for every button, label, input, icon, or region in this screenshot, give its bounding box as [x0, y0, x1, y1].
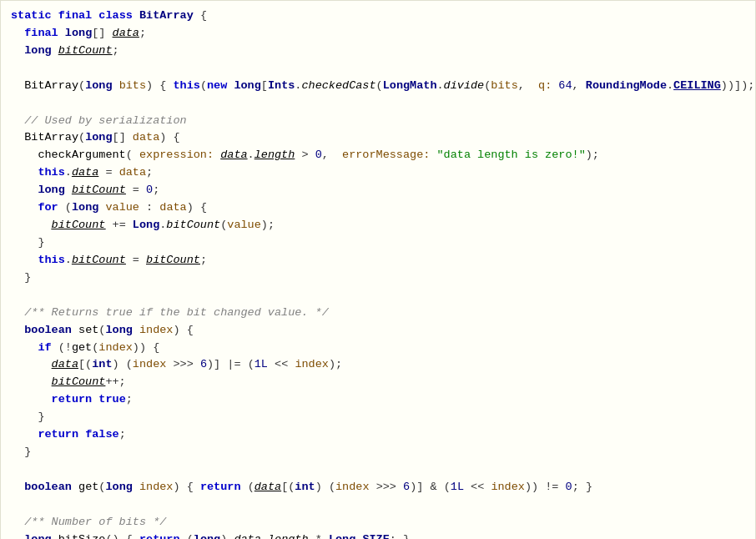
code-container: static final class BitArray { final long… — [0, 0, 756, 539]
code-block: static final class BitArray { final long… — [11, 8, 745, 539]
